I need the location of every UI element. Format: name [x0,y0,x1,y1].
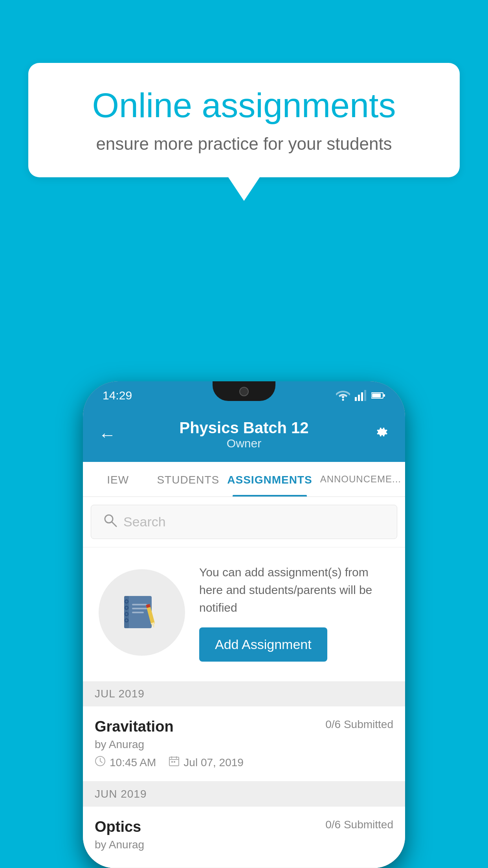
svg-rect-3 [361,392,363,401]
assignment-submitted: 0/6 Submitted [325,718,393,731]
assignment-item-header-optics: Optics 0/6 Submitted [95,818,393,835]
assignment-submitted-optics: 0/6 Submitted [325,818,393,831]
status-time: 14:29 [103,389,132,402]
wifi-icon [336,390,350,401]
svg-rect-12 [132,604,147,605]
speech-bubble-title: Online assignments [60,86,428,125]
camera [239,387,249,396]
svg-rect-13 [132,608,147,609]
assignment-item-gravitation[interactable]: Gravitation 0/6 Submitted by Anurag [83,706,405,782]
month-separator-jun: JUN 2019 [83,782,405,807]
assignment-by: by Anurag [95,738,393,751]
assignment-description: You can add assignment(s) from here and … [199,563,389,616]
speech-bubble: Online assignments ensure more practice … [28,63,460,177]
svg-rect-6 [383,394,385,397]
assignment-time: 10:45 AM [95,756,156,769]
assignment-illustration [99,569,185,656]
assignment-item-header: Gravitation 0/6 Submitted [95,718,393,735]
add-assignment-button[interactable]: Add Assignment [199,627,327,662]
header-subtitle: Owner [179,437,308,450]
svg-rect-2 [358,395,360,401]
add-assignment-area: You can add assignment(s) from here and … [83,548,405,681]
assignment-time-value: 10:45 AM [110,756,156,769]
assignment-by-optics: by Anurag [95,839,393,851]
search-placeholder: Search [123,514,166,530]
svg-rect-1 [355,397,357,401]
assignment-name: Gravitation [95,718,174,735]
svg-rect-30 [174,761,175,763]
speech-bubble-container: Online assignments ensure more practice … [28,63,460,201]
notebook-svg-icon [120,593,163,632]
tab-students[interactable]: STUDENTS [153,462,223,497]
month-separator-jul: JUL 2019 [83,681,405,706]
svg-rect-7 [372,394,381,397]
calendar-icon [169,756,180,769]
battery-icon [371,392,385,399]
header-title-block: Physics Batch 12 Owner [179,419,308,450]
back-button[interactable]: ← [99,425,116,445]
assignment-info: You can add assignment(s) from here and … [199,563,389,662]
assignment-date: Jul 07, 2019 [169,756,244,769]
speech-bubble-pointer [228,177,260,201]
tab-iew[interactable]: IEW [83,462,153,497]
clock-icon [95,756,106,769]
phone-screen: 14:29 [83,381,405,868]
notch [213,381,275,401]
search-icon [103,513,117,531]
app-header: ← Physics Batch 12 Owner [83,410,405,462]
assignment-item-optics[interactable]: Optics 0/6 Submitted by Anurag [83,807,405,868]
svg-line-9 [112,522,116,526]
svg-line-24 [100,761,102,763]
tabs-bar: IEW STUDENTS ASSIGNMENTS ANNOUNCEME... [83,462,405,497]
tab-announcements[interactable]: ANNOUNCEME... [316,462,405,497]
svg-rect-29 [171,761,173,763]
svg-rect-4 [364,390,366,401]
assignment-meta: 10:45 AM [95,756,393,769]
svg-point-0 [342,399,344,401]
speech-bubble-subtitle: ensure more practice for your students [60,134,428,154]
search-bar-container: Search [83,497,405,547]
phone-outer: 14:29 [83,381,405,868]
status-icons [336,390,385,401]
header-title: Physics Batch 12 [179,419,308,437]
assignment-name-optics: Optics [95,818,141,835]
phone-wrapper: 14:29 [83,381,405,868]
tab-assignments[interactable]: ASSIGNMENTS [223,462,316,497]
settings-button[interactable] [372,424,389,445]
svg-rect-14 [132,612,144,613]
search-bar[interactable]: Search [91,505,397,539]
signal-icon [355,390,367,401]
assignment-date-value: Jul 07, 2019 [183,756,244,769]
